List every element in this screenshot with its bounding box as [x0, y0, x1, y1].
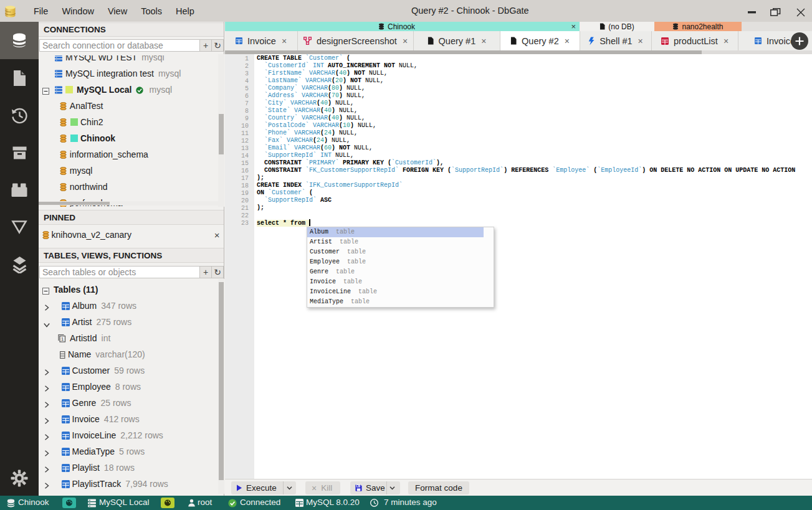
svg-text:1: 1 — [62, 336, 64, 342]
